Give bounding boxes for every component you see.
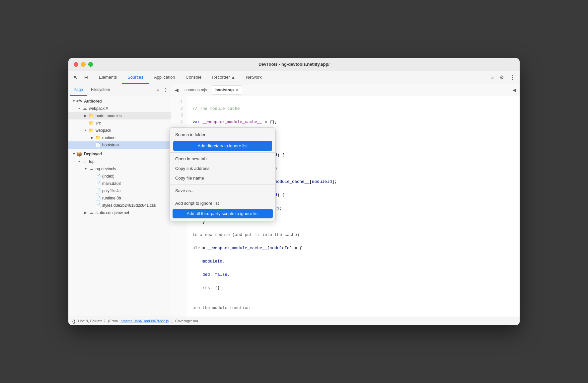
runtime-arrow: ▶	[90, 136, 95, 139]
file-icon-polyfills: 📄	[95, 188, 101, 194]
tree-top[interactable]: ▾ ☐ top	[68, 158, 171, 165]
tree-styles-file[interactable]: ▶ 📄 styles.d3e2b24618d2c641.css	[68, 202, 171, 209]
toolbar-tabs: Elements Sources Application Console Rec…	[94, 71, 267, 84]
panel-toggle-button[interactable]: ⊟	[82, 73, 91, 82]
node-modules-arrow: ▶	[83, 114, 88, 117]
tree-src[interactable]: ▶ 📁 src	[68, 119, 171, 127]
window-title: DevTools - ng-devtools.netlify.app/	[258, 62, 330, 67]
ctx-save-as[interactable]: Save as...	[170, 186, 171, 195]
file-icon-runtime: 📄	[95, 195, 101, 201]
tree-polyfills-file[interactable]: ▶ 📄 polyfills.4c	[68, 187, 171, 194]
tree-section-deployed[interactable]: ▾ 📦 Deployed	[68, 150, 171, 158]
ctx-separator-1	[170, 152, 171, 153]
folder-icon-src: 📁	[88, 120, 94, 126]
toolbar-icons: ↖ ⊟	[71, 73, 91, 82]
main-content: Page Filesystem » ⋮ ▾ </> Authored	[68, 84, 520, 317]
cloud-icon: ☁	[82, 106, 88, 112]
tab-elements[interactable]: Elements	[94, 71, 122, 84]
static-cdn-arrow: ▶	[83, 211, 88, 214]
context-menu: Search in folder Add directory to ignore…	[170, 127, 171, 221]
file-icon-index: 📄	[95, 173, 101, 179]
file-link[interactable]: runtime.0b841bad3967f3c2.js	[120, 319, 169, 323]
tree-webpack[interactable]: ▾ ☁ webpack://	[68, 105, 171, 112]
tree-section-authored[interactable]: ▾ </> Authored	[68, 98, 171, 105]
maximize-button[interactable]	[88, 62, 93, 67]
code-nav-back[interactable]: ◀	[173, 85, 181, 95]
tree-ng-devtools[interactable]: ▾ ☁ ng-devtools.	[68, 165, 171, 173]
toolbar-right: » ⚙ ⋮	[489, 73, 517, 82]
folder-icon-node-modules: 📁	[88, 113, 94, 119]
code-tab-common[interactable]: common.mjs	[181, 85, 210, 95]
tab-network[interactable]: Network	[241, 71, 267, 84]
ctx-open-new-tab[interactable]: Open in new tab	[170, 154, 171, 164]
sidebar-tabs-more[interactable]: »	[155, 86, 160, 94]
devtools-window: DevTools - ng-devtools.netlify.app/ ↖ ⊟ …	[68, 58, 520, 325]
close-tab-icon[interactable]: ✕	[236, 88, 239, 92]
ctx-separator-2	[170, 184, 171, 185]
toolbar: ↖ ⊟ Elements Sources Application Console…	[68, 71, 520, 84]
sidebar-tab-page[interactable]: Page	[70, 84, 87, 96]
sidebar-tabs: Page Filesystem » ⋮	[68, 84, 171, 96]
cloud-icon-static: ☁	[88, 210, 94, 216]
cursor-position: Line 8, Column 2	[78, 319, 106, 323]
top-icon: ☐	[82, 159, 88, 165]
cloud-icon-ng: ☁	[88, 166, 94, 172]
format-icon[interactable]: {}	[72, 319, 75, 324]
tree-node-modules[interactable]: ▶ 📁 node_modules	[68, 112, 171, 119]
code-tab-bootstrap[interactable]: bootstrap ✕	[212, 85, 242, 95]
ctx-search-in-folder[interactable]: Search in folder	[170, 130, 171, 139]
ctx-copy-link[interactable]: Copy link address	[170, 164, 171, 173]
webpack-folder-arrow: ▾	[83, 128, 88, 132]
tab-sources[interactable]: Sources	[122, 71, 149, 84]
cursor-tool-button[interactable]: ↖	[71, 73, 80, 82]
tree-runtime[interactable]: ▶ 📁 runtime	[68, 134, 171, 141]
tree-index-file[interactable]: ▶ 📄 (index)	[68, 173, 171, 180]
code-panel-toggle[interactable]: ◀	[510, 85, 518, 95]
file-icon-bootstrap: 📄	[95, 142, 101, 148]
file-icon-main: 📄	[95, 181, 101, 187]
top-arrow: ▾	[76, 160, 82, 163]
toolbar-more-tabs[interactable]: »	[489, 74, 496, 81]
tree-webpack-folder[interactable]: ▾ 📁 webpack	[68, 127, 171, 134]
traffic-lights	[74, 62, 93, 67]
coverage-text: Coverage: n/a	[175, 319, 198, 323]
file-tree: ▾ </> Authored ▾ ☁ webpack:// ▶ 📁 node_m…	[68, 96, 171, 317]
tree-runtime-file[interactable]: ▶ 📄 runtime.0b	[68, 194, 171, 202]
tree-bootstrap-file[interactable]: ▶ 📄 bootstrap	[68, 141, 171, 149]
webpack-arrow: ▾	[76, 107, 82, 110]
ctx-separator-3	[170, 197, 171, 197]
sidebar-action-button[interactable]: ⋮	[162, 84, 170, 96]
code-tabs: ◀ common.mjs bootstrap ✕ ◀	[171, 84, 520, 96]
deployed-arrow: ▾	[71, 152, 76, 156]
ctx-copy-filename[interactable]: Copy file name	[170, 173, 171, 183]
tab-application[interactable]: Application	[149, 71, 181, 84]
folder-icon-runtime: 📁	[95, 135, 101, 141]
sidebar: Page Filesystem » ⋮ ▾ </> Authored	[68, 84, 171, 317]
more-options-button[interactable]: ⋮	[508, 73, 517, 82]
folder-icon-webpack: 📁	[88, 127, 94, 133]
ctx-add-script-ignore[interactable]: Add script to ignore list	[170, 198, 171, 208]
ng-devtools-arrow: ▾	[83, 167, 88, 171]
tab-console[interactable]: Console	[181, 71, 207, 84]
file-icon-styles: 📄	[95, 202, 101, 208]
settings-button[interactable]: ⚙	[497, 73, 506, 82]
close-button[interactable]	[74, 62, 78, 67]
tab-recorder[interactable]: Recorder ▲	[207, 71, 241, 84]
tree-static-cdn[interactable]: ▶ ☁ static-cdn.jtvnw.net	[68, 209, 171, 216]
sidebar-tab-filesystem[interactable]: Filesystem	[87, 84, 114, 96]
status-bar: {} Line 8, Column 2 (From runtime.0b841b…	[68, 317, 520, 325]
authored-arrow: ▾	[71, 99, 76, 103]
minimize-button[interactable]	[81, 62, 86, 67]
titlebar: DevTools - ng-devtools.netlify.app/	[68, 58, 520, 71]
status-separator: (From	[108, 319, 118, 323]
tree-main-file[interactable]: ▶ 📄 main.da63	[68, 180, 171, 187]
